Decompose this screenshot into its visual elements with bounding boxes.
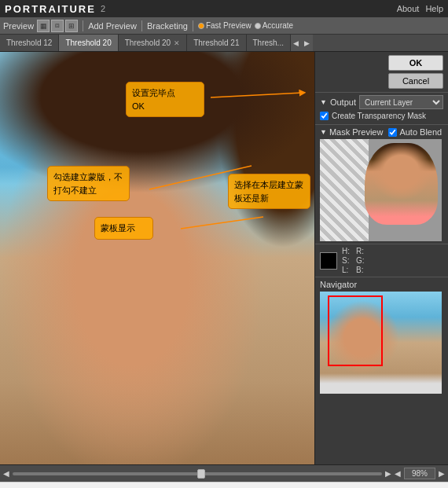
output-section: ▼ Output Current Layer New Layer Create … xyxy=(315,92,448,124)
tab-threshold20-close[interactable]: Threshold 20 ✕ xyxy=(119,35,187,52)
tab-thresh-more[interactable]: Thresh... xyxy=(247,35,291,52)
fast-preview-radio[interactable]: Fast Preview xyxy=(198,21,252,30)
accurate-label: Accurate xyxy=(263,21,293,30)
annotation-text-1: 设置完毕点OK xyxy=(132,88,175,111)
output-triangle-icon: ▼ xyxy=(320,98,327,106)
auto-blend-checkbox[interactable] xyxy=(388,128,397,137)
tab-close-icon[interactable]: ✕ xyxy=(174,39,180,47)
app-title: PORTRAITURE xyxy=(5,3,96,15)
app-menu: About Help xyxy=(397,4,443,13)
mask-checker-pattern xyxy=(320,139,369,241)
hsl-readout: H: R: S: G: L: B: xyxy=(342,247,368,274)
scroll-right-icon[interactable]: ▶ xyxy=(385,469,391,478)
annotation-tooltip-1: 设置完毕点OK xyxy=(126,82,204,117)
separator xyxy=(83,20,83,31)
annotation-tooltip-2: 勾选建立蒙版，不打勾不建立 xyxy=(47,166,130,201)
footer: 界面右边是蒙板显示区和输出参数调节。 PHOTOPS.COM xyxy=(0,482,448,488)
separator3 xyxy=(193,20,193,31)
rows-icon[interactable]: ⊞ xyxy=(65,20,78,32)
transparency-checkbox-row: Create Transparency Mask xyxy=(320,112,443,120)
main-content: 设置完毕点OK 勾选建立蒙版，不打勾不建立 蒙板显示 xyxy=(0,52,448,464)
zoom-level: 98% xyxy=(404,468,435,479)
tab-threshold20-close-label: Threshold 20 xyxy=(125,39,171,47)
scrollbar-thumb[interactable] xyxy=(197,469,205,479)
bracketing-label[interactable]: Bracketing xyxy=(147,21,188,31)
mask-triangle-icon: ▼ xyxy=(320,128,327,136)
mask-header: ▼ Mask Preview Auto Blend xyxy=(320,127,443,137)
navigator-section: Navigator xyxy=(315,277,448,464)
app-version: 2 xyxy=(101,4,105,13)
output-label: Output xyxy=(330,97,356,107)
zoom-out-icon[interactable]: ◀ xyxy=(395,469,401,478)
accurate-radio[interactable]: Accurate xyxy=(255,21,293,30)
color-swatch xyxy=(320,252,337,270)
s-label: S: xyxy=(342,256,350,265)
scroll-left-icon[interactable]: ◀ xyxy=(3,469,9,478)
accurate-dot xyxy=(255,23,261,29)
mask-section: ▼ Mask Preview Auto Blend xyxy=(315,124,448,244)
about-menu[interactable]: About xyxy=(397,4,420,13)
auto-blend-label: Auto Blend xyxy=(399,127,442,137)
r-label: R: xyxy=(356,247,365,255)
g-label: G: xyxy=(356,256,365,265)
mask-preview-image xyxy=(320,139,442,241)
transparency-checkbox[interactable] xyxy=(320,112,329,120)
output-header: ▼ Output Current Layer New Layer xyxy=(320,95,443,109)
b-label: B: xyxy=(356,266,365,274)
ok-cancel-section: OK Cancel xyxy=(315,52,448,92)
navigator-viewport-box xyxy=(328,295,383,366)
preview-label: Preview xyxy=(3,21,34,31)
image-area: 设置完毕点OK 勾选建立蒙版，不打勾不建立 蒙板显示 xyxy=(0,52,314,464)
toolbar: Preview ▦ ⧈ ⊞ Add Preview Bracketing Fas… xyxy=(0,17,448,35)
annotation-tooltip-4: 选择在本层建立蒙板还是新 xyxy=(228,174,310,209)
mask-preview-label: Mask Preview xyxy=(329,127,383,137)
cancel-button[interactable]: Cancel xyxy=(388,73,443,89)
h-label: H: xyxy=(342,247,350,255)
columns-icon[interactable]: ⧈ xyxy=(51,20,64,32)
tab-prev-btn[interactable]: ◀ xyxy=(291,35,302,52)
navigator-label: Navigator xyxy=(320,280,443,289)
tab-threshold21-label: Threshold 21 xyxy=(193,39,239,47)
fast-preview-label: Fast Preview xyxy=(206,21,252,30)
mask-person-silhouette xyxy=(365,143,438,225)
annotation-tooltip-3: 蒙板显示 xyxy=(94,217,153,240)
horizontal-scrollbar[interactable] xyxy=(13,472,382,475)
fast-preview-dot xyxy=(198,23,204,29)
annotation-text-4: 选择在本层建立蒙板还是新 xyxy=(234,180,303,203)
tab-threshold12-label: Threshold 12 xyxy=(6,39,52,47)
view-icons: ▦ ⧈ ⊞ xyxy=(37,20,78,32)
annotation-text-2: 勾选建立蒙版，不打勾不建立 xyxy=(53,172,123,195)
app-header: PORTRAITURE 2 About Help xyxy=(0,0,448,17)
tab-next-btn[interactable]: ▶ xyxy=(302,35,313,52)
separator2 xyxy=(141,20,142,31)
right-panel: OK Cancel ▼ Output Current Layer New Lay… xyxy=(314,52,448,464)
l-label: L: xyxy=(342,266,350,274)
tab-thresh-more-label: Thresh... xyxy=(253,39,284,47)
tab-threshold20-active-label: Threshold 20 xyxy=(65,39,111,47)
grid-icon[interactable]: ▦ xyxy=(37,20,50,32)
quality-radio-group: Fast Preview Accurate xyxy=(198,21,293,30)
help-menu[interactable]: Help xyxy=(425,4,443,13)
navigator-thumbnail xyxy=(320,292,442,394)
zoom-in-icon[interactable]: ▶ xyxy=(439,469,445,478)
add-preview-label[interactable]: Add Preview xyxy=(88,21,137,31)
color-readout: H: R: S: G: L: B: xyxy=(315,244,448,277)
tab-threshold12[interactable]: Threshold 12 xyxy=(0,35,59,52)
tabbar: Threshold 12 Threshold 20 Threshold 20 ✕… xyxy=(0,35,448,52)
bottom-bar: ◀ ▶ ◀ 98% ▶ xyxy=(0,464,448,482)
tab-threshold20-active[interactable]: Threshold 20 xyxy=(59,35,118,52)
output-layer-dropdown[interactable]: Current Layer New Layer xyxy=(359,95,443,109)
transparency-label: Create Transparency Mask xyxy=(332,112,426,120)
ok-button[interactable]: OK xyxy=(388,55,443,71)
annotation-text-3: 蒙板显示 xyxy=(101,223,135,233)
tab-threshold21[interactable]: Threshold 21 xyxy=(187,35,246,52)
